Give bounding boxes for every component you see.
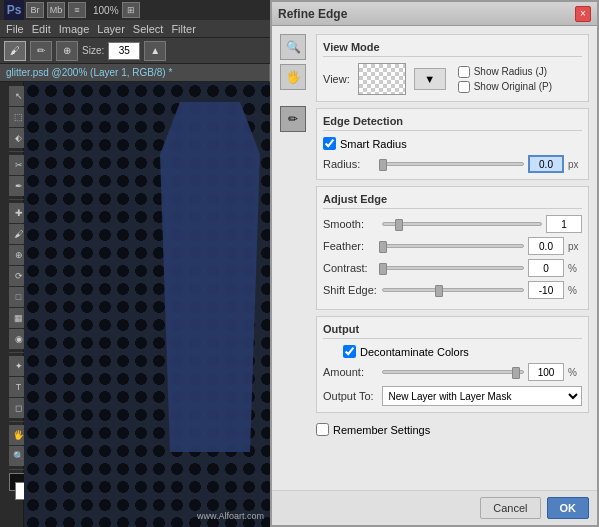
dialog-title: Refine Edge <box>278 7 347 21</box>
ps-logo: Ps <box>4 0 24 20</box>
eraser-tool-btn[interactable]: ✏ <box>30 41 52 61</box>
feather-unit: px <box>568 241 582 252</box>
smart-radius-checkbox[interactable] <box>323 137 336 150</box>
radius-label: Radius: <box>323 158 378 170</box>
show-original-label: Show Original (P) <box>474 81 552 92</box>
refine-tool-icon[interactable]: ✏ <box>280 106 306 132</box>
smooth-input[interactable] <box>546 215 582 233</box>
smooth-slider[interactable] <box>382 222 542 226</box>
options-icon[interactable]: ≡ <box>68 2 86 18</box>
menu-select[interactable]: Select <box>133 23 164 35</box>
brush-tool-btn[interactable]: 🖌 <box>4 41 26 61</box>
amount-unit: % <box>568 367 582 378</box>
contrast-thumb[interactable] <box>379 263 387 275</box>
icon-spacer <box>280 94 308 102</box>
cancel-button[interactable]: Cancel <box>480 497 540 519</box>
ps-canvas: www.Alfoart.com <box>24 82 270 527</box>
ps-canvas-area: glitter.psd @ 200% (Layer 1, RGB/8) * ↖ … <box>0 64 270 527</box>
br-icon[interactable]: Br <box>26 2 44 18</box>
menu-image[interactable]: Image <box>59 23 90 35</box>
canvas-shape <box>160 102 260 452</box>
menu-filter[interactable]: Filter <box>171 23 195 35</box>
amount-thumb[interactable] <box>512 367 520 379</box>
smooth-label: Smooth: <box>323 218 378 230</box>
show-radius-checkbox[interactable] <box>458 66 470 78</box>
amount-label: Amount: <box>323 366 378 378</box>
extra-tool-btn[interactable]: ⊕ <box>56 41 78 61</box>
edge-detection-title: Edge Detection <box>323 115 582 131</box>
radius-input[interactable] <box>528 155 564 173</box>
contrast-slider[interactable] <box>382 266 524 270</box>
dialog-buttons: Cancel OK <box>272 490 597 525</box>
output-title: Output <box>323 323 582 339</box>
dialog-tool-icons: 🔍 🖐 ✏ <box>280 34 308 482</box>
output-section: Output Decontaminate Colors Amount: % Ou… <box>316 316 589 413</box>
size-label: Size: <box>82 45 104 56</box>
output-to-row: Output To: New Layer with Layer Mask <box>323 386 582 406</box>
feather-input[interactable] <box>528 237 564 255</box>
shift-edge-input[interactable] <box>528 281 564 299</box>
dialog-body: 🔍 🖐 ✏ View Mode View: ▼ Show Radius (J) <box>272 26 597 490</box>
view-mode-title: View Mode <box>323 41 582 57</box>
ps-icons-row: Br Mb ≡ 100% ⊞ <box>26 2 140 18</box>
shift-edge-row: Shift Edge: % <box>323 281 582 299</box>
view-dropdown-btn[interactable]: ▼ <box>414 68 446 90</box>
tab-filename: glitter.psd @ <box>6 67 62 78</box>
mb-icon[interactable]: Mb <box>47 2 65 18</box>
contrast-row: Contrast: % <box>323 259 582 277</box>
feather-thumb[interactable] <box>379 241 387 253</box>
decontaminate-row: Decontaminate Colors <box>323 345 582 358</box>
dialog-titlebar: Refine Edge × <box>272 2 597 26</box>
show-original-checkbox[interactable] <box>458 81 470 93</box>
ps-document-tab[interactable]: glitter.psd @ 200% (Layer 1, RGB/8) * <box>0 64 270 82</box>
contrast-label: Contrast: <box>323 262 378 274</box>
smart-radius-row: Smart Radius <box>323 137 582 150</box>
ps-menubar: Ps Br Mb ≡ 100% ⊞ <box>0 0 270 20</box>
amount-input[interactable] <box>528 363 564 381</box>
menu-edit[interactable]: Edit <box>32 23 51 35</box>
show-radius-label: Show Radius (J) <box>474 66 547 77</box>
output-to-select[interactable]: New Layer with Layer Mask <box>382 386 582 406</box>
feather-label: Feather: <box>323 240 378 252</box>
ps-main-menu: File Edit Image Layer Select Filter <box>0 20 270 38</box>
view-preview-box <box>358 63 406 95</box>
ps-toolbox: ↖ ⬚ ⬖ ✂ ✒ ✚ 🖌 ⊕ ⟳ □ ▦ ◉ ✦ T <box>0 82 24 527</box>
menu-file[interactable]: File <box>6 23 24 35</box>
size-input[interactable] <box>108 42 140 60</box>
decontaminate-checkbox[interactable] <box>343 345 356 358</box>
contrast-input[interactable] <box>528 259 564 277</box>
refine-edge-dialog: Refine Edge × 🔍 🖐 ✏ View Mode View: ▼ <box>270 0 599 527</box>
smooth-thumb[interactable] <box>395 219 403 231</box>
view-mode-section: View Mode View: ▼ Show Radius (J) Show O… <box>316 34 589 102</box>
size-up-btn[interactable]: ▲ <box>144 41 166 61</box>
arrange-icon[interactable]: ⊞ <box>122 2 140 18</box>
menu-layer[interactable]: Layer <box>97 23 125 35</box>
shift-edge-label: Shift Edge: <box>323 284 378 296</box>
feather-slider[interactable] <box>382 244 524 248</box>
radius-slider[interactable] <box>382 162 524 166</box>
remember-settings-row: Remember Settings <box>316 419 589 440</box>
shift-edge-slider[interactable] <box>382 288 524 292</box>
toolbox-arrows: ↖ ⬚ ⬖ ✂ ✒ ✚ 🖌 ⊕ ⟳ □ ▦ ◉ ✦ T <box>9 84 15 525</box>
zoom-level: 100% <box>93 5 119 16</box>
smooth-row: Smooth: <box>323 215 582 233</box>
radius-unit: px <box>568 159 582 170</box>
radius-thumb[interactable] <box>379 159 387 171</box>
output-to-label: Output To: <box>323 390 374 402</box>
zoom-tool-icon[interactable]: 🔍 <box>280 34 306 60</box>
watermark: www.Alfoart.com <box>197 511 264 521</box>
shift-edge-thumb[interactable] <box>435 285 443 297</box>
adjust-edge-section: Adjust Edge Smooth: Feather: px <box>316 186 589 310</box>
amount-row: Amount: % <box>323 363 582 381</box>
remember-settings-label: Remember Settings <box>333 424 430 436</box>
decontaminate-label: Decontaminate Colors <box>360 346 469 358</box>
contrast-unit: % <box>568 263 582 274</box>
view-mode-row: View: ▼ Show Radius (J) Show Original (P… <box>323 63 582 95</box>
tab-zoom: 200% (Layer 1, RGB/8) * <box>62 67 173 78</box>
ps-workspace: ↖ ⬚ ⬖ ✂ ✒ ✚ 🖌 ⊕ ⟳ □ ▦ ◉ ✦ T <box>0 82 270 527</box>
close-button[interactable]: × <box>575 6 591 22</box>
remember-settings-checkbox[interactable] <box>316 423 329 436</box>
ok-button[interactable]: OK <box>547 497 590 519</box>
amount-slider[interactable] <box>382 370 524 374</box>
hand-tool-icon[interactable]: 🖐 <box>280 64 306 90</box>
